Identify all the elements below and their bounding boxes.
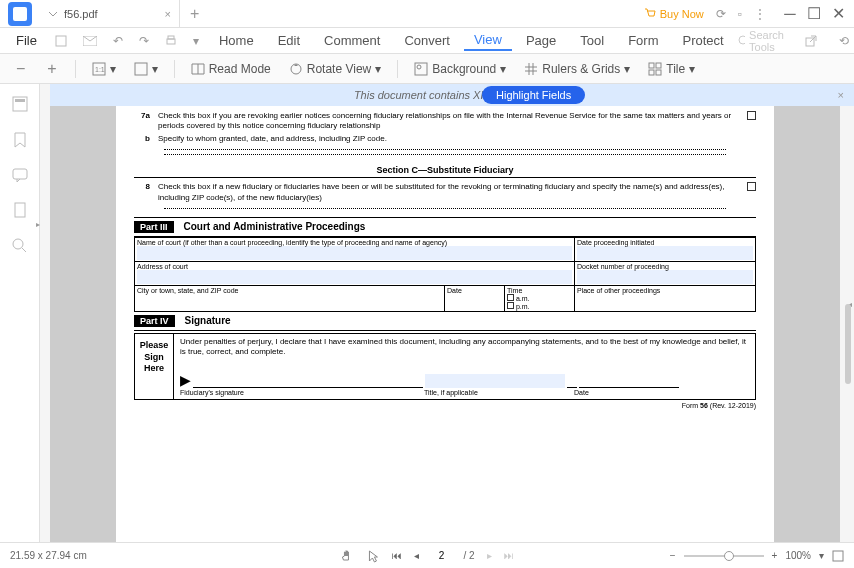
attachments-icon[interactable] [13, 202, 27, 218]
title-field[interactable] [425, 374, 565, 388]
fullscreen-icon[interactable] [832, 550, 844, 562]
date-cell[interactable]: Date [445, 285, 505, 311]
part-4-title: Signature [185, 315, 231, 326]
time-cell[interactable]: Time a.m. p.m. [505, 285, 575, 311]
svg-rect-17 [15, 99, 25, 102]
prev-page-button[interactable]: ◂ [414, 550, 419, 561]
pdf-page: 7a Check this box if you are revoking ea… [116, 106, 774, 542]
part-4-label: Part IV [134, 315, 175, 327]
tab-close-button[interactable]: × [165, 8, 171, 20]
last-page-button[interactable]: ⏭ [504, 550, 514, 561]
menu-convert[interactable]: Convert [394, 31, 460, 50]
fit-mode-button[interactable]: 1:1▾ [86, 60, 122, 78]
fiduciary-signature-label: Fiduciary's signature [180, 389, 424, 396]
court-address-cell[interactable]: Address of court [135, 261, 575, 285]
new-tab-button[interactable]: + [180, 5, 209, 23]
menu-home[interactable]: Home [209, 31, 264, 50]
refresh-icon[interactable]: ⟳ [716, 7, 726, 21]
mail-icon[interactable] [77, 36, 103, 46]
menu-edit[interactable]: Edit [268, 31, 310, 50]
city-state-cell[interactable]: City or town, state, and ZIP code [135, 285, 445, 311]
line-8-text: Check this box if a new fiduciary or fid… [158, 182, 739, 203]
signature-arrow-icon: ▶ [180, 372, 191, 388]
search-panel-icon[interactable] [12, 238, 28, 254]
box-icon[interactable]: ▫ [738, 7, 742, 21]
chevron-down-icon [48, 9, 58, 19]
dropdown-icon[interactable]: ▾ [187, 34, 205, 48]
file-menu[interactable]: File [8, 33, 45, 48]
tile-button[interactable]: Tile▾ [642, 60, 701, 78]
first-page-button[interactable]: ⏮ [392, 550, 402, 561]
menu-tool[interactable]: Tool [570, 31, 614, 50]
zoom-out-status[interactable]: − [670, 550, 676, 561]
menu-view[interactable]: View [464, 30, 512, 51]
menu-page[interactable]: Page [516, 31, 566, 50]
zoom-out-button[interactable]: − [8, 60, 33, 78]
section-c-header: Section C—Substitute Fiduciary [134, 163, 756, 178]
more-icon[interactable]: ⋮ [754, 7, 766, 21]
zoom-slider[interactable] [684, 555, 764, 557]
line-7a-text: Check this box if you are revoking earli… [158, 111, 739, 132]
comments-icon[interactable] [12, 168, 28, 182]
vertical-scrollbar[interactable] [841, 84, 853, 542]
place-other-cell[interactable]: Place of other proceedings [575, 285, 756, 311]
next-page-button[interactable]: ▸ [487, 550, 492, 561]
page-input[interactable] [431, 550, 451, 561]
svg-rect-12 [649, 63, 654, 68]
court-name-cell[interactable]: Name of court (if other than a court pro… [135, 237, 575, 261]
part-3-label: Part III [134, 221, 174, 233]
rotate-view-button[interactable]: Rotate View▾ [283, 60, 387, 78]
redo-icon[interactable]: ↷ [133, 34, 155, 48]
search-tools[interactable]: Search Tools [738, 29, 789, 53]
line-b-number: b [134, 134, 150, 144]
svg-point-11 [417, 65, 421, 69]
menu-comment[interactable]: Comment [314, 31, 390, 50]
read-mode-button[interactable]: Read Mode [185, 60, 277, 78]
bookmarks-icon[interactable] [13, 132, 27, 148]
title-label: Title, if applicable [424, 389, 574, 396]
date-field[interactable] [579, 387, 679, 388]
minimize-button[interactable]: ─ [778, 2, 802, 26]
date-label: Date [574, 389, 589, 396]
checkbox-8[interactable] [747, 182, 756, 191]
zoom-in-status[interactable]: + [772, 550, 778, 561]
checkbox-7a[interactable] [747, 111, 756, 120]
please-sign-here: Please Sign Here [135, 334, 173, 399]
hand-tool-icon[interactable] [340, 549, 354, 563]
view-mode-button[interactable]: ▾ [128, 60, 164, 78]
document-viewport[interactable]: 7a Check this box if you are revoking ea… [50, 106, 840, 542]
undo-icon[interactable]: ↶ [107, 34, 129, 48]
close-window-button[interactable]: ✕ [826, 2, 850, 26]
cart-icon [644, 8, 656, 20]
sync-icon[interactable]: ⟲ [833, 34, 854, 48]
perjury-text: Under penalties of perjury, I declare th… [180, 337, 749, 358]
buy-now-link[interactable]: Buy Now [644, 8, 704, 20]
zoom-slider-handle[interactable] [724, 551, 734, 561]
signature-field[interactable] [193, 387, 423, 388]
external-icon[interactable] [799, 35, 823, 47]
thumbnails-icon[interactable] [12, 96, 28, 112]
app-logo[interactable] [8, 2, 32, 26]
menu-form[interactable]: Form [618, 31, 668, 50]
maximize-button[interactable]: ☐ [802, 2, 826, 26]
docket-cell[interactable]: Docket number of proceeding [575, 261, 756, 285]
save-icon[interactable] [49, 35, 73, 47]
select-tool-icon[interactable] [366, 549, 380, 563]
svg-rect-3 [168, 36, 174, 39]
document-tab[interactable]: f56.pdf × [40, 0, 180, 27]
rulers-grids-button[interactable]: Rulers & Grids▾ [518, 60, 636, 78]
search-icon [738, 35, 745, 47]
svg-rect-10 [415, 63, 427, 75]
print-icon[interactable] [159, 35, 183, 47]
zoom-in-button[interactable]: + [39, 60, 64, 78]
zoom-percent[interactable]: 100% [785, 550, 811, 561]
date-initiated-cell[interactable]: Date proceeding initiated [575, 237, 756, 261]
sidebar-expand[interactable]: ▸ [36, 220, 40, 229]
background-button[interactable]: Background▾ [408, 60, 512, 78]
menu-protect[interactable]: Protect [672, 31, 733, 50]
svg-point-20 [13, 239, 23, 249]
page-dimensions: 21.59 x 27.94 cm [10, 550, 87, 561]
highlight-fields-button[interactable]: Highlight Fields [482, 86, 585, 104]
scroll-thumb[interactable] [845, 304, 851, 384]
part-3-title: Court and Administrative Proceedings [184, 221, 366, 232]
